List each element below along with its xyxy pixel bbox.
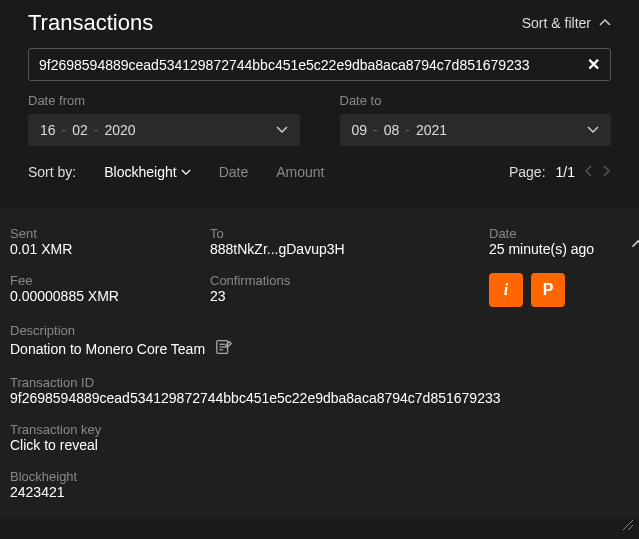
txkey-reveal[interactable]: Click to reveal xyxy=(10,437,639,453)
page-title: Transactions xyxy=(28,10,153,36)
to-value: 888tNkZr...gDavup3H xyxy=(210,241,469,257)
sort-blockheight[interactable]: Blockheight xyxy=(104,164,190,180)
edit-description-icon[interactable] xyxy=(215,338,233,359)
date-from-day: 16 xyxy=(40,122,56,138)
sort-date[interactable]: Date xyxy=(219,164,249,180)
confirmations-label: Confirmations xyxy=(210,273,469,288)
page-prev-icon[interactable] xyxy=(585,164,593,180)
description-value: Donation to Monero Core Team xyxy=(10,341,205,357)
date-to-year: 2021 xyxy=(416,122,447,138)
date-from-select[interactable]: 16 - 02 - 2020 xyxy=(28,114,300,146)
to-label: To xyxy=(210,226,469,241)
date-value: 25 minute(s) ago xyxy=(489,241,639,257)
svg-line-4 xyxy=(623,520,633,530)
resize-handle-icon[interactable] xyxy=(621,518,635,535)
page-next-icon[interactable] xyxy=(603,164,611,180)
txkey-label: Transaction key xyxy=(10,422,639,437)
search-box[interactable]: ✕ xyxy=(28,48,611,81)
date-from-year: 2020 xyxy=(105,122,136,138)
info-button[interactable]: i xyxy=(489,273,523,307)
sent-label: Sent xyxy=(10,226,190,241)
txid-value[interactable]: 9f2698594889cead534129872744bbc451e5c22e… xyxy=(10,390,639,406)
sort-by-label: Sort by: xyxy=(28,164,76,180)
confirmations-value: 23 xyxy=(210,288,469,304)
date-to-month: 08 xyxy=(384,122,400,138)
chevron-down-icon xyxy=(276,126,288,134)
description-label: Description xyxy=(10,323,639,338)
txid-label: Transaction ID xyxy=(10,375,639,390)
chevron-down-icon xyxy=(587,126,599,134)
sort-filter-toggle[interactable]: Sort & filter xyxy=(522,15,611,31)
fee-value: 0.00000885 XMR xyxy=(10,288,190,304)
blockheight-value: 2423421 xyxy=(10,484,639,500)
date-from-label: Date from xyxy=(28,93,300,108)
transaction-row: Sent 0.01 XMR To 888tNkZr...gDavup3H Dat… xyxy=(0,208,639,518)
svg-line-5 xyxy=(628,525,633,530)
chevron-up-icon xyxy=(599,19,611,27)
blockheight-label: Blockheight xyxy=(10,469,639,484)
info-icon: i xyxy=(504,281,508,299)
date-from-month: 02 xyxy=(72,122,88,138)
chevron-down-icon xyxy=(181,169,191,176)
sort-amount[interactable]: Amount xyxy=(276,164,324,180)
page-value: 1/1 xyxy=(556,164,575,180)
fee-label: Fee xyxy=(10,273,190,288)
clear-search-icon[interactable]: ✕ xyxy=(587,55,600,74)
date-to-label: Date to xyxy=(340,93,612,108)
collapse-button[interactable] xyxy=(631,236,639,252)
sent-value: 0.01 XMR xyxy=(10,241,190,257)
page-label: Page: xyxy=(509,164,546,180)
date-label: Date xyxy=(489,226,639,241)
proof-button[interactable]: P xyxy=(531,273,565,307)
search-input[interactable] xyxy=(39,57,579,73)
date-to-select[interactable]: 09 - 08 - 2021 xyxy=(340,114,612,146)
date-to-day: 09 xyxy=(352,122,368,138)
sort-filter-label: Sort & filter xyxy=(522,15,591,31)
proof-icon: P xyxy=(543,281,554,299)
